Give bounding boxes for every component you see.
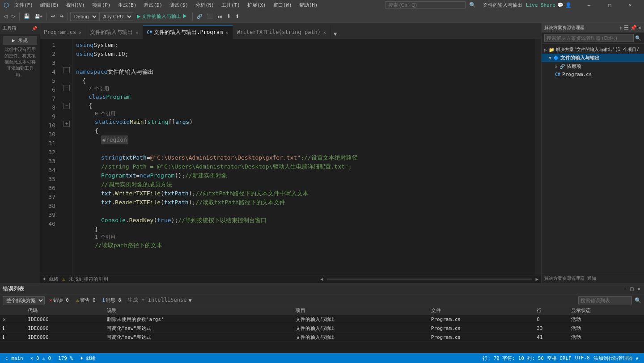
error-row-2[interactable]: ℹ IDE0090 可简化"new"表达式 文件的输入与输出 Program.c… xyxy=(0,333,644,342)
sb-zoom[interactable]: 179 % xyxy=(56,355,75,361)
run-btn[interactable]: ▶ 文件的输入与输出 ▶ xyxy=(134,12,190,21)
save-all-btn[interactable]: 💾+ xyxy=(33,13,44,20)
menu-test[interactable]: 测试(S) xyxy=(168,2,190,8)
redo-btn[interactable]: ↪ xyxy=(58,13,65,20)
col-desc[interactable]: 说明 xyxy=(104,306,293,315)
se-deps[interactable]: ▷ 🔗 依赖项 xyxy=(542,62,644,71)
se-search-icon[interactable]: 🔍 xyxy=(635,35,641,41)
toolbox-pin-icon[interactable]: 📌 xyxy=(32,26,37,31)
sb-position[interactable]: 行: 79 字符: 10 列: 50 空格 CRLF xyxy=(481,355,573,362)
ref-hint-0: 0 个引用 xyxy=(95,110,115,118)
ln-2: 2 xyxy=(40,50,63,59)
menu-debug[interactable]: 调试(D) xyxy=(142,2,164,8)
tab-close-2[interactable]: ✕ xyxy=(225,30,229,35)
se-cs-label: Program.cs xyxy=(562,72,592,77)
horizontal-scroll-right[interactable]: ▶ xyxy=(535,276,538,282)
err-icon-3: ℹ xyxy=(0,342,25,344)
vertical-scrollbar[interactable] xyxy=(535,39,541,275)
menu-extensions[interactable]: 扩展(X) xyxy=(246,2,268,8)
horizontal-scroll[interactable]: ◀ xyxy=(320,276,323,282)
maximize-btn[interactable]: □ xyxy=(599,0,620,10)
tab-file-io[interactable]: 文件的输入与输出 ✕ xyxy=(86,25,143,39)
error-indicator[interactable]: ⚠ xyxy=(62,276,65,282)
error-search-icon[interactable]: 🔍 xyxy=(635,297,641,304)
se-program-cs[interactable]: C# Program.cs xyxy=(542,71,644,78)
error-row-1[interactable]: ℹ IDE0090 可简化"new"表达式 文件的输入与输出 Program.c… xyxy=(0,324,644,333)
menu-view[interactable]: 视图(V) xyxy=(64,2,87,8)
error-text: 未找到相符的引用 xyxy=(69,276,108,283)
error-count-badge[interactable]: ✕ 错误 0 xyxy=(47,295,72,305)
code-content[interactable]: using System; using System.IO; namespace… xyxy=(72,39,535,275)
ln-39: 39 xyxy=(40,211,63,219)
sb-git[interactable]: ↕ main xyxy=(4,355,25,361)
error-scope-select[interactable]: 整个解决方案 xyxy=(3,296,45,304)
error-row-3[interactable]: ℹ IDE0090 可简化"new"表达式 文件的输入与输出 Program.c… xyxy=(0,342,644,344)
menu-window[interactable]: 窗口(W) xyxy=(271,2,294,8)
forward-btn[interactable]: ▷ xyxy=(10,13,17,20)
attach-btn[interactable]: 🔗 xyxy=(195,13,204,20)
tab-close-1[interactable]: ✕ xyxy=(135,30,139,35)
ep-close[interactable]: ✕ xyxy=(636,286,641,292)
se-deps-arrow: ▷ xyxy=(555,64,558,69)
menu-analyze[interactable]: 分析(N) xyxy=(194,2,216,8)
build-source-toggle[interactable]: ▼ xyxy=(188,297,191,304)
se-title-text: 解决方案资源管理器 xyxy=(544,25,585,31)
step-in-btn[interactable]: ⬇ xyxy=(225,13,233,20)
tab-file-io-program[interactable]: C# 文件的输入与输出.Program ✕ xyxy=(143,25,233,39)
info-count-badge[interactable]: ℹ 消息 8 xyxy=(100,295,124,305)
ep-minimize[interactable]: — xyxy=(623,286,627,292)
sb-encoding[interactable]: UTF-8 xyxy=(573,355,592,362)
se-solution-root[interactable]: ▷ 📁 解决方案'文件的输入与输出'(1 个项目/ xyxy=(542,46,644,54)
cpu-select[interactable]: Any CPU xyxy=(99,12,133,21)
minimize-btn[interactable]: — xyxy=(579,0,599,10)
ln-7: 7 xyxy=(40,94,63,103)
ep-maximize[interactable]: □ xyxy=(630,286,635,292)
tab-close-3[interactable]: ✕ xyxy=(322,30,327,35)
config-select[interactable]: Debug xyxy=(70,12,98,21)
menu-build[interactable]: 生成(B) xyxy=(116,2,139,8)
collapse-class[interactable]: − xyxy=(64,85,70,91)
menu-help[interactable]: 帮助(H) xyxy=(297,2,320,8)
menu-tools[interactable]: 工具(T) xyxy=(220,2,242,8)
menu-file[interactable]: 文件(F) xyxy=(13,2,35,8)
menu-edit[interactable]: 编辑(E) xyxy=(38,2,61,8)
breakpts-btn[interactable]: ⬛ xyxy=(205,13,215,20)
se-project-root[interactable]: ▼ 🔷 文件的输入与输出 xyxy=(542,54,644,62)
tab-program-cs[interactable]: Program.cs ✕ xyxy=(40,25,86,39)
live-share-btn[interactable]: Live Share xyxy=(526,2,555,8)
se-close-icon[interactable]: ✕ xyxy=(638,25,641,31)
close-btn[interactable]: ✕ xyxy=(620,0,640,10)
se-search-input[interactable] xyxy=(544,34,634,42)
ln-8: 8 xyxy=(40,103,63,112)
title-search[interactable] xyxy=(385,1,466,8)
tab-writer[interactable]: WriterTXTFile(string path) ✕ xyxy=(233,25,331,39)
status-ready[interactable]: ♦ 就绪 xyxy=(43,276,59,283)
account-icon[interactable]: 👤 xyxy=(565,2,572,8)
col-file[interactable]: 文件 xyxy=(428,306,534,315)
step-over-btn[interactable]: ⏭ xyxy=(216,13,224,20)
col-project[interactable]: 项目 xyxy=(293,306,428,315)
col-code[interactable]: 代码 xyxy=(25,306,104,315)
se-pin-icon[interactable]: 📌 xyxy=(630,25,637,31)
back-btn[interactable]: ◁ xyxy=(2,13,9,20)
col-line[interactable]: 行 xyxy=(534,306,568,315)
collapse-ns[interactable]: − xyxy=(64,67,70,73)
warn-count-badge[interactable]: ⚠ 警告 0 xyxy=(73,295,98,305)
collapse-region[interactable]: + xyxy=(64,121,70,127)
error-row-0[interactable]: ✕ IDE0060 删除未使用的参数'args' 文件的输入与输出 Progra… xyxy=(0,315,644,324)
undo-btn[interactable]: ↩ xyxy=(49,13,57,20)
tab-close-0[interactable]: ✕ xyxy=(78,30,82,35)
se-sync-icon[interactable]: ↕ xyxy=(619,25,623,31)
se-filter-icon[interactable]: ☰ xyxy=(624,25,629,31)
feedback-icon[interactable]: 💬 xyxy=(557,2,564,8)
menu-project[interactable]: 项目(P) xyxy=(90,2,113,8)
error-search-input[interactable] xyxy=(578,296,632,304)
col-status[interactable]: 显示状态 xyxy=(568,306,644,315)
sb-notification[interactable]: 添加到代码管理器 ∧ xyxy=(592,355,640,362)
tab-overflow-btn[interactable]: ▼ xyxy=(331,31,339,39)
code-editor[interactable]: 1 2 3 4 5 6 7 8 9 10 30 31 32 33 34 35 3… xyxy=(40,39,541,275)
sb-errors[interactable]: ✕ 0 ⚠ 0 xyxy=(29,355,53,361)
step-out-btn[interactable]: ⬆ xyxy=(233,13,241,20)
save-btn[interactable]: 💾 xyxy=(22,13,32,20)
collapse-main[interactable]: − xyxy=(64,103,70,109)
